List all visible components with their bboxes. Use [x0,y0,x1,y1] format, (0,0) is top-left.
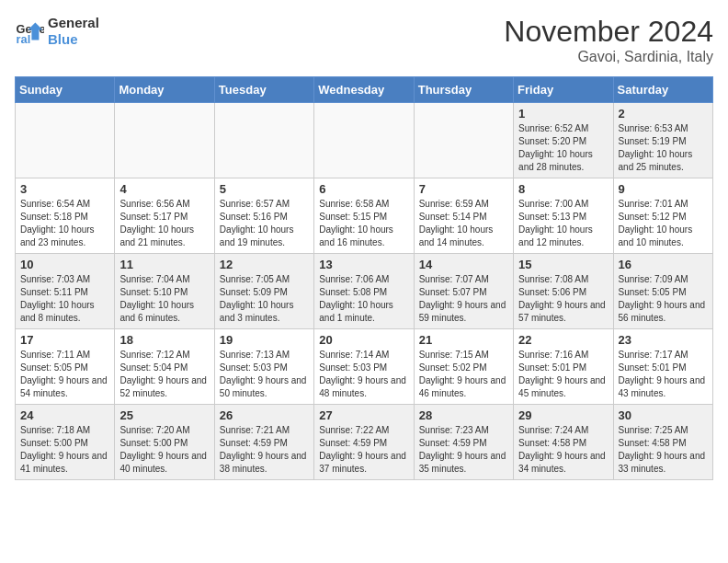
calendar-day-cell: 3Sunrise: 6:54 AM Sunset: 5:18 PM Daylig… [16,178,115,254]
location: Gavoi, Sardinia, Italy [504,49,713,65]
calendar-day-cell: 27Sunrise: 7:22 AM Sunset: 4:59 PM Dayli… [314,405,414,480]
day-number: 12 [220,258,309,271]
day-number: 19 [220,333,309,347]
calendar-day-cell: 5Sunrise: 6:57 AM Sunset: 5:16 PM Daylig… [214,178,313,254]
day-number: 13 [319,258,408,271]
calendar-day-cell: 20Sunrise: 7:14 AM Sunset: 5:03 PM Dayli… [314,329,414,405]
day-number: 18 [119,333,209,347]
calendar-day-cell: 15Sunrise: 7:08 AM Sunset: 5:06 PM Dayli… [514,254,613,329]
day-info: Sunrise: 7:22 AM Sunset: 4:59 PM Dayligh… [319,424,408,476]
day-number: 14 [419,258,508,271]
day-number: 20 [319,333,408,347]
day-number: 25 [119,408,209,422]
day-info: Sunrise: 7:01 AM Sunset: 5:12 PM Dayligh… [619,198,708,249]
day-info: Sunrise: 6:59 AM Sunset: 5:14 PM Dayligh… [419,198,508,249]
day-info: Sunrise: 7:00 AM Sunset: 5:13 PM Dayligh… [518,198,608,249]
weekday-header: Friday [514,77,613,103]
calendar-day-cell [16,103,115,178]
day-info: Sunrise: 6:53 AM Sunset: 5:19 PM Dayligh… [619,122,708,174]
day-number: 6 [319,182,408,196]
day-info: Sunrise: 7:17 AM Sunset: 5:01 PM Dayligh… [619,349,708,400]
calendar-day-cell: 19Sunrise: 7:13 AM Sunset: 5:03 PM Dayli… [214,329,313,405]
calendar-table: SundayMondayTuesdayWednesdayThursdayFrid… [15,76,713,480]
title-block: November 2024 Gavoi, Sardinia, Italy [504,15,713,65]
calendar-day-cell: 28Sunrise: 7:23 AM Sunset: 4:59 PM Dayli… [414,405,513,480]
day-number: 16 [619,258,708,271]
weekday-header: Saturday [613,77,712,103]
logo-text-line2: Blue [48,31,99,48]
calendar-day-cell: 11Sunrise: 7:04 AM Sunset: 5:10 PM Dayli… [115,254,214,329]
calendar-day-cell: 21Sunrise: 7:15 AM Sunset: 5:02 PM Dayli… [414,329,513,405]
day-number: 8 [518,182,608,196]
day-info: Sunrise: 6:58 AM Sunset: 5:15 PM Dayligh… [319,198,408,249]
calendar-day-cell: 12Sunrise: 7:05 AM Sunset: 5:09 PM Dayli… [214,254,313,329]
day-info: Sunrise: 7:06 AM Sunset: 5:08 PM Dayligh… [319,273,408,325]
weekday-header-row: SundayMondayTuesdayWednesdayThursdayFrid… [16,77,713,103]
day-info: Sunrise: 7:16 AM Sunset: 5:01 PM Dayligh… [518,349,608,400]
day-info: Sunrise: 6:56 AM Sunset: 5:17 PM Dayligh… [119,198,209,249]
calendar-day-cell [414,103,513,178]
calendar-day-cell: 16Sunrise: 7:09 AM Sunset: 5:05 PM Dayli… [613,254,712,329]
day-info: Sunrise: 7:21 AM Sunset: 4:59 PM Dayligh… [220,424,309,476]
day-number: 10 [20,258,109,271]
calendar-day-cell: 1Sunrise: 6:52 AM Sunset: 5:20 PM Daylig… [514,103,613,178]
day-number: 17 [20,333,109,347]
day-number: 7 [419,182,508,196]
day-number: 22 [518,333,608,347]
calendar-day-cell: 26Sunrise: 7:21 AM Sunset: 4:59 PM Dayli… [214,405,313,480]
calendar-day-cell: 4Sunrise: 6:56 AM Sunset: 5:17 PM Daylig… [115,178,214,254]
calendar-day-cell [314,103,414,178]
day-info: Sunrise: 7:11 AM Sunset: 5:05 PM Dayligh… [20,349,109,400]
day-info: Sunrise: 7:05 AM Sunset: 5:09 PM Dayligh… [220,273,309,325]
calendar-day-cell: 23Sunrise: 7:17 AM Sunset: 5:01 PM Dayli… [613,329,712,405]
calendar-day-cell: 9Sunrise: 7:01 AM Sunset: 5:12 PM Daylig… [613,178,712,254]
weekday-header: Tuesday [214,77,313,103]
day-number: 29 [518,408,608,422]
calendar-day-cell: 24Sunrise: 7:18 AM Sunset: 5:00 PM Dayli… [16,405,115,480]
day-number: 27 [319,408,408,422]
day-number: 9 [619,182,708,196]
day-info: Sunrise: 7:03 AM Sunset: 5:11 PM Dayligh… [20,273,109,325]
calendar-day-cell: 25Sunrise: 7:20 AM Sunset: 5:00 PM Dayli… [115,405,214,480]
logo: Gene ral General Blue [15,15,99,48]
calendar-day-cell: 7Sunrise: 6:59 AM Sunset: 5:14 PM Daylig… [414,178,513,254]
day-number: 5 [220,182,309,196]
logo-text-line1: General [48,15,99,31]
day-info: Sunrise: 7:24 AM Sunset: 4:58 PM Dayligh… [518,424,608,476]
day-info: Sunrise: 7:15 AM Sunset: 5:02 PM Dayligh… [419,349,508,400]
day-number: 24 [20,408,109,422]
calendar-week-row: 3Sunrise: 6:54 AM Sunset: 5:18 PM Daylig… [16,178,713,254]
page-header: Gene ral General Blue November 2024 Gavo… [15,15,713,65]
calendar-day-cell [214,103,313,178]
calendar-day-cell [115,103,214,178]
day-info: Sunrise: 7:18 AM Sunset: 5:00 PM Dayligh… [20,424,109,476]
logo-icon: Gene ral [15,17,44,46]
calendar-day-cell: 18Sunrise: 7:12 AM Sunset: 5:04 PM Dayli… [115,329,214,405]
day-number: 1 [518,107,608,121]
calendar-week-row: 17Sunrise: 7:11 AM Sunset: 5:05 PM Dayli… [16,329,713,405]
calendar-day-cell: 29Sunrise: 7:24 AM Sunset: 4:58 PM Dayli… [514,405,613,480]
day-number: 4 [119,182,209,196]
calendar-day-cell: 17Sunrise: 7:11 AM Sunset: 5:05 PM Dayli… [16,329,115,405]
calendar-day-cell: 2Sunrise: 6:53 AM Sunset: 5:19 PM Daylig… [613,103,712,178]
calendar-week-row: 1Sunrise: 6:52 AM Sunset: 5:20 PM Daylig… [16,103,713,178]
day-info: Sunrise: 6:54 AM Sunset: 5:18 PM Dayligh… [20,198,109,249]
calendar-week-row: 10Sunrise: 7:03 AM Sunset: 5:11 PM Dayli… [16,254,713,329]
day-info: Sunrise: 6:57 AM Sunset: 5:16 PM Dayligh… [220,198,309,249]
day-info: Sunrise: 7:23 AM Sunset: 4:59 PM Dayligh… [419,424,508,476]
day-number: 3 [20,182,109,196]
calendar-day-cell: 14Sunrise: 7:07 AM Sunset: 5:07 PM Dayli… [414,254,513,329]
calendar-day-cell: 13Sunrise: 7:06 AM Sunset: 5:08 PM Dayli… [314,254,414,329]
day-info: Sunrise: 7:13 AM Sunset: 5:03 PM Dayligh… [220,349,309,400]
day-info: Sunrise: 7:14 AM Sunset: 5:03 PM Dayligh… [319,349,408,400]
calendar-day-cell: 22Sunrise: 7:16 AM Sunset: 5:01 PM Dayli… [514,329,613,405]
day-number: 26 [220,408,309,422]
day-number: 15 [518,258,608,271]
day-number: 11 [119,258,209,271]
svg-text:ral: ral [17,32,31,46]
day-info: Sunrise: 7:25 AM Sunset: 4:58 PM Dayligh… [619,424,708,476]
day-info: Sunrise: 7:20 AM Sunset: 5:00 PM Dayligh… [119,424,209,476]
calendar-day-cell: 8Sunrise: 7:00 AM Sunset: 5:13 PM Daylig… [514,178,613,254]
day-number: 28 [419,408,508,422]
day-number: 21 [419,333,508,347]
